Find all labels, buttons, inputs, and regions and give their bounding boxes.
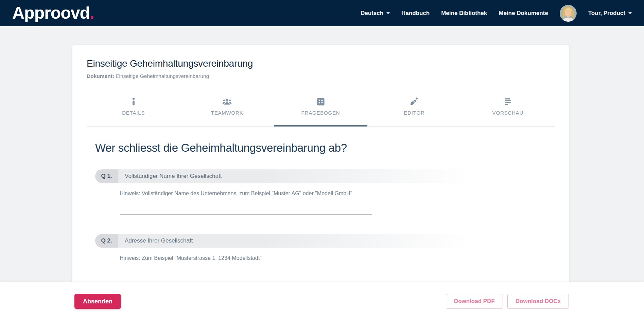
text-lines-icon: [503, 97, 512, 106]
question-number-badge: Q 2.: [95, 234, 118, 248]
tab-details[interactable]: DETAILS: [87, 97, 180, 127]
questionnaire: Q 1. Vollständiger Name Ihrer Gesellscha…: [95, 169, 484, 261]
chevron-down-icon: [628, 12, 632, 14]
tab-label: FRAGEBOGEN: [301, 110, 340, 116]
people-icon: [222, 97, 232, 106]
brand-name: Approovd: [12, 3, 90, 22]
info-icon: [129, 97, 138, 106]
document-card: Einseitige Geheimhaltungsvereinbarung Do…: [72, 45, 569, 282]
navbar-links: Deutsch Handbuch Meine Bibliothek Meine …: [361, 5, 632, 22]
pen-icon: [410, 97, 419, 106]
document-subtitle: Dokument: Einseitige Geheimhaltungsverei…: [87, 73, 555, 79]
avatar-image: [560, 5, 577, 22]
tab-label: VORSCHAU: [492, 110, 523, 116]
nav-item-handbuch[interactable]: Handbuch: [401, 10, 430, 17]
tab-editor[interactable]: EDITOR: [367, 97, 461, 127]
download-docx-button[interactable]: Download DOCx: [507, 294, 569, 309]
spacer: [95, 215, 484, 234]
download-buttons: Download PDF Download DOCx: [446, 294, 569, 309]
tab-bar: DETAILS TEAMWORK: [87, 97, 555, 127]
tab-fragebogen[interactable]: FRAGEBOGEN: [274, 97, 367, 127]
document-label: Dokument:: [87, 73, 114, 79]
question-row-1: Q 1. Vollständiger Name Ihrer Gesellscha…: [95, 169, 484, 183]
tab-label: TEAMWORK: [211, 110, 243, 116]
tab-label: EDITOR: [404, 110, 424, 116]
question-hint: Hinweis: Vollständiger Name des Unterneh…: [120, 190, 484, 197]
language-selector[interactable]: Deutsch: [361, 10, 390, 17]
brand-logo[interactable]: Approovd.: [12, 0, 94, 26]
user-menu[interactable]: Tour, Product: [588, 10, 632, 17]
chevron-down-icon: [386, 12, 390, 14]
section-heading: Wer schliesst die Geheimhaltungsvereinba…: [95, 141, 555, 154]
user-name: Tour, Product: [588, 10, 625, 17]
tab-vorschau[interactable]: VORSCHAU: [461, 97, 555, 127]
question-hint: Hinweis: Zum Beispiel "Musterstrasse 1, …: [120, 255, 484, 261]
question-number-badge: Q 1.: [95, 169, 118, 183]
nav-item-meine-bibliothek[interactable]: Meine Bibliothek: [441, 10, 487, 17]
page-title: Einseitige Geheimhaltungsvereinbarung: [87, 58, 555, 69]
language-label: Deutsch: [361, 10, 383, 17]
tab-label: DETAILS: [122, 110, 145, 116]
submit-button[interactable]: Absenden: [74, 294, 121, 309]
user-avatar[interactable]: [560, 5, 577, 22]
top-navbar: Approovd. Deutsch Handbuch Meine Bibliot…: [0, 0, 644, 26]
question-label: Adresse Ihrer Gesellschaft: [118, 234, 484, 248]
question-label: Vollständiger Name Ihrer Gesellschaft: [118, 169, 484, 183]
action-bar: Absenden Download PDF Download DOCx: [0, 282, 644, 317]
brand-dot: .: [90, 3, 94, 22]
question-row-2: Q 2. Adresse Ihrer Gesellschaft: [95, 234, 484, 248]
document-name: Einseitige Geheimhaltungsvereinbarung: [116, 73, 209, 79]
form-icon: [316, 97, 326, 106]
download-pdf-button[interactable]: Download PDF: [446, 294, 503, 309]
tab-teamwork[interactable]: TEAMWORK: [180, 97, 274, 127]
nav-item-meine-dokumente[interactable]: Meine Dokumente: [499, 10, 548, 17]
